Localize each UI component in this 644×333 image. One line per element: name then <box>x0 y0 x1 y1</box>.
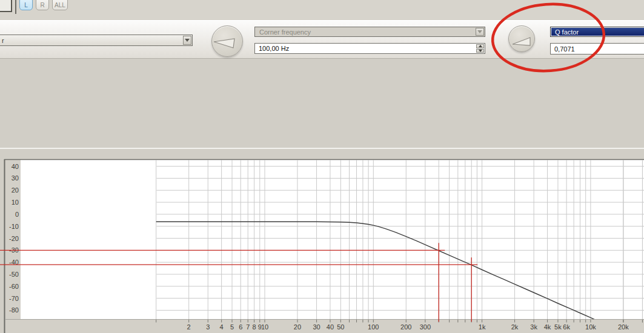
knob-pointer-icon <box>212 26 244 58</box>
y-tick-label: 20 <box>12 186 19 194</box>
value-spinner <box>476 44 484 53</box>
channel-left-button[interactable]: L <box>19 0 33 10</box>
x-tick-label: 3 <box>206 323 210 331</box>
x-tick-label: 4k <box>544 323 551 331</box>
x-tick-label: 30 <box>313 323 320 331</box>
y-tick-label: 30 <box>12 174 19 182</box>
y-tick-label: 0 <box>15 211 19 218</box>
x-tick-label: 8 <box>253 323 256 331</box>
y-tick-label: 10 <box>12 199 19 206</box>
q-factor-param-dropdown[interactable]: Q factor <box>550 27 644 37</box>
q-factor-value-field[interactable]: 0,7071 <box>550 43 644 54</box>
q-factor-knob[interactable] <box>508 25 535 52</box>
filter-type-dropdown-text: r <box>0 37 4 44</box>
spinner-up-icon[interactable] <box>476 44 484 48</box>
x-tick-label: 2k <box>511 323 519 331</box>
y-tick-label: -50 <box>9 271 19 278</box>
x-tick-label: 2 <box>187 323 191 331</box>
q-factor-selection-highlight: Q factor <box>551 28 644 36</box>
y-tick-label: -20 <box>9 235 19 242</box>
dialog-body-spacer <box>0 59 644 159</box>
knob-pointer-icon <box>509 26 536 53</box>
parameter-control-band: r Corner frequency 100,00 Hz <box>0 20 644 59</box>
filter-dialog: L R ALL r Corner frequency 100,00 Hz <box>0 0 644 333</box>
q-factor-value: 0,7071 <box>551 45 575 53</box>
corner-frequency-value-field[interactable]: 100,00 Hz <box>254 43 485 54</box>
section-separator <box>0 148 644 149</box>
y-tick-label: 40 <box>12 163 19 170</box>
corner-frequency-knob[interactable] <box>211 25 243 57</box>
x-tick-label: 300 <box>420 323 431 331</box>
corner-frequency-param-dropdown[interactable]: Corner frequency <box>254 27 485 37</box>
x-tick-label: 10 <box>261 323 268 331</box>
y-tick-label: -40 <box>9 259 19 266</box>
corner-frequency-value: 100,00 Hz <box>255 45 289 52</box>
x-tick-label: 5 <box>230 323 234 331</box>
spinner-down-icon[interactable] <box>476 49 484 53</box>
cropped-control-box <box>0 0 12 12</box>
x-tick-label: 1k <box>479 323 486 331</box>
x-tick-label: 7 <box>246 323 250 331</box>
x-tick-label: 50 <box>337 323 344 331</box>
top-toolbar: L R ALL <box>0 0 644 19</box>
y-tick-label: -10 <box>9 223 19 230</box>
y-tick-label: -30 <box>9 246 19 254</box>
y-tick-label: -80 <box>9 306 19 314</box>
x-tick-label: 40 <box>327 323 334 331</box>
y-tick-label: -70 <box>9 295 19 302</box>
chevron-down-icon[interactable] <box>183 36 191 45</box>
filter-type-dropdown[interactable]: r <box>0 35 193 46</box>
x-tick-label: 100 <box>368 323 379 331</box>
plot-area <box>21 160 644 319</box>
channel-right-button[interactable]: R <box>36 0 49 10</box>
toolbar-divider <box>15 0 16 14</box>
y-tick-label: -60 <box>9 283 19 290</box>
chevron-down-icon[interactable] <box>476 28 484 36</box>
x-tick-label: 5k <box>554 323 562 331</box>
x-tick-label: 3k <box>530 323 537 331</box>
q-factor-label: Q factor <box>551 28 579 36</box>
x-tick-label: 6 <box>239 323 242 331</box>
x-tick-label: 20 <box>294 323 301 331</box>
corner-frequency-label: Corner frequency <box>255 28 311 36</box>
x-tick-label: 6k <box>563 323 570 331</box>
x-tick-label: 200 <box>400 323 411 331</box>
chart-panel-bg <box>5 159 644 333</box>
response-curve <box>156 222 599 321</box>
grid <box>156 160 644 319</box>
channel-all-button[interactable]: ALL <box>52 0 68 10</box>
x-tick-label: 4 <box>220 323 224 331</box>
x-tick-label: 10k <box>585 323 596 331</box>
x-tick-label: 9 <box>258 323 262 331</box>
x-tick-label: 20k <box>618 323 629 331</box>
